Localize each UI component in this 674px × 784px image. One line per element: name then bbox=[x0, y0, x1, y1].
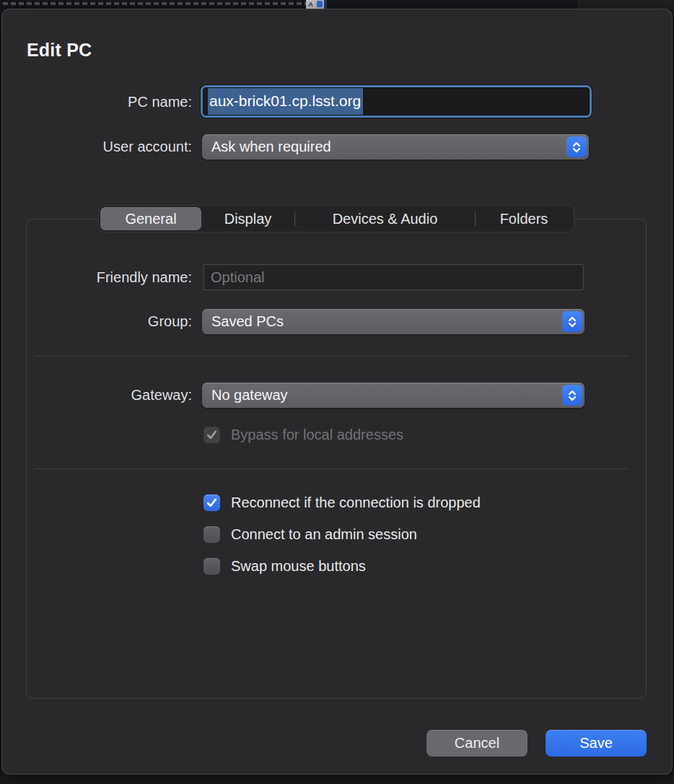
pc-name-selected-text: aux-brick01.cp.lsst.org bbox=[208, 87, 363, 116]
user-account-label: User account: bbox=[2, 139, 192, 155]
tab-devices-audio[interactable]: Devices & Audio bbox=[295, 207, 475, 230]
tab-folders[interactable]: Folders bbox=[476, 207, 572, 230]
tab-display[interactable]: Display bbox=[201, 207, 294, 230]
background-blue-icon bbox=[315, 0, 324, 9]
background-text-style-glyph: A bbox=[306, 0, 315, 9]
dialog-title: Edit PC bbox=[27, 40, 92, 61]
save-button[interactable]: Save bbox=[546, 730, 647, 757]
pc-name-input[interactable]: aux-brick01.cp.lsst.org bbox=[201, 85, 592, 118]
pc-name-label: PC name: bbox=[2, 94, 192, 110]
tab-general[interactable]: General bbox=[100, 207, 201, 230]
background-blurred-text bbox=[3, 2, 306, 5]
edit-pc-dialog: Edit PC PC name: aux-brick01.cp.lsst.org… bbox=[1, 9, 673, 775]
user-account-value: Ask when required bbox=[211, 139, 331, 155]
user-account-dropdown[interactable]: Ask when required bbox=[202, 134, 589, 160]
pc-name-field-inner: aux-brick01.cp.lsst.org bbox=[203, 87, 590, 116]
background-window-bottom bbox=[0, 775, 674, 784]
tab-bar: General Display Devices & Audio Folders bbox=[98, 205, 574, 232]
general-tab-panel bbox=[26, 219, 647, 699]
cancel-button[interactable]: Cancel bbox=[426, 730, 528, 757]
up-down-chevrons-icon bbox=[566, 136, 587, 157]
